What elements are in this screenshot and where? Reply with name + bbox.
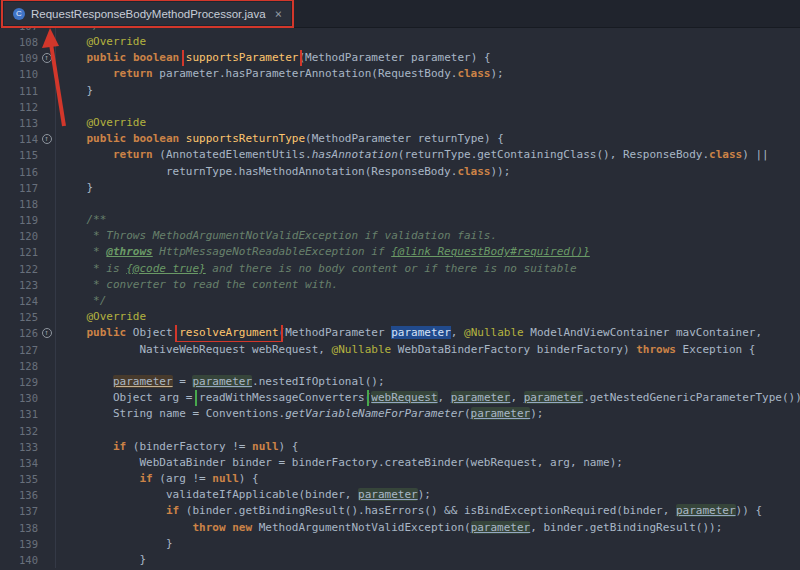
gutter[interactable]: 133	[0, 439, 56, 455]
gutter[interactable]: 137	[0, 503, 56, 519]
gutter[interactable]: 122	[0, 261, 56, 277]
code-token: null	[212, 472, 239, 485]
line-number[interactable]: 135	[0, 471, 38, 487]
line-number[interactable]: 137	[0, 503, 38, 519]
gutter[interactable]: 116	[0, 164, 56, 180]
line-number[interactable]: 131	[0, 406, 38, 422]
gutter[interactable]: 136	[0, 487, 56, 503]
code-text: returnType.hasMethodAnnotation(ResponseB…	[56, 164, 510, 180]
line-number[interactable]: 114	[0, 131, 38, 147]
line-number[interactable]: 140	[0, 552, 38, 568]
code-line: 113 @Override	[0, 115, 800, 131]
line-number[interactable]: 113	[0, 115, 38, 131]
line-number[interactable]: 125	[0, 309, 38, 325]
line-number[interactable]: 134	[0, 455, 38, 471]
line-number[interactable]: 108	[0, 34, 38, 50]
gutter[interactable]: 128	[0, 358, 56, 374]
code-token	[60, 67, 113, 80]
code-token: );	[491, 67, 504, 80]
line-number[interactable]: 133	[0, 439, 38, 455]
code-token	[60, 35, 87, 48]
code-token: parameter	[391, 326, 451, 339]
gutter[interactable]: 114↑	[0, 131, 56, 147]
line-number[interactable]: 119	[0, 212, 38, 228]
gutter[interactable]: 108	[0, 34, 56, 50]
code-text: if (arg != null) {	[56, 471, 259, 487]
gutter[interactable]: 123	[0, 277, 56, 293]
gutter[interactable]: 118	[0, 196, 56, 212]
gutter[interactable]: 111	[0, 83, 56, 99]
code-token: );	[530, 407, 543, 420]
line-number[interactable]: 115	[0, 147, 38, 163]
line-number[interactable]: 109	[0, 50, 38, 66]
code-token	[60, 310, 87, 323]
gutter[interactable]: 131	[0, 406, 56, 422]
gutter[interactable]: 113	[0, 115, 56, 131]
gutter[interactable]: 110	[0, 66, 56, 82]
gutter[interactable]: 132	[0, 423, 56, 439]
gutter[interactable]: 109↑	[0, 50, 56, 66]
gutter[interactable]: 112	[0, 99, 56, 115]
gutter[interactable]: 127	[0, 342, 56, 358]
line-number[interactable]: 129	[0, 374, 38, 390]
line-number[interactable]: 136	[0, 487, 38, 503]
line-number[interactable]: 127	[0, 342, 38, 358]
code-token	[60, 148, 113, 161]
code-token: if	[113, 440, 126, 453]
code-token: return	[113, 148, 153, 161]
gutter[interactable]: 139	[0, 536, 56, 552]
line-number[interactable]: 138	[0, 520, 38, 536]
gutter[interactable]: 140	[0, 552, 56, 568]
line-number[interactable]: 110	[0, 66, 38, 82]
gutter[interactable]: 124	[0, 293, 56, 309]
line-number[interactable]: 130	[0, 390, 38, 406]
gutter[interactable]: 126↑	[0, 325, 56, 341]
line-number[interactable]: 118	[0, 196, 38, 212]
tab-request-response-body-method-processor[interactable]: C RequestResponseBodyMethodProcessor.jav…	[4, 2, 291, 25]
line-number[interactable]: 111	[0, 83, 38, 99]
gutter[interactable]: 125	[0, 309, 56, 325]
override-method-icon[interactable]: ↑	[42, 328, 52, 338]
line-number[interactable]: 122	[0, 261, 38, 277]
line-number[interactable]: 124	[0, 293, 38, 309]
code-line: 133 if (binderFactory != null) {	[0, 439, 800, 455]
line-number[interactable]: 117	[0, 180, 38, 196]
gutter[interactable]: 135	[0, 471, 56, 487]
line-number[interactable]: 120	[0, 228, 38, 244]
code-text	[56, 358, 60, 374]
code-text: }	[56, 552, 146, 568]
line-number[interactable]: 112	[0, 99, 38, 115]
code-line: 109↑ public boolean supportsParameter(Me…	[0, 50, 800, 66]
code-token: */	[60, 28, 100, 32]
code-line: 139 }	[0, 536, 800, 552]
code-token: * converter to read the content with.	[60, 278, 338, 291]
code-line: 135 if (arg != null) {	[0, 471, 800, 487]
code-editor[interactable]: 107 */ 108 @Override109↑ public boolean …	[0, 28, 800, 570]
code-token: parameter	[192, 375, 252, 388]
code-token: (binder.getBindingResult().hasErrors() &…	[179, 504, 676, 517]
override-method-icon[interactable]: ↑	[42, 53, 52, 63]
gutter[interactable]: 121	[0, 244, 56, 260]
gutter[interactable]: 130	[0, 390, 56, 406]
gutter[interactable]: 134	[0, 455, 56, 471]
code-token: HttpMessageNotReadableException if	[153, 245, 391, 258]
gutter[interactable]: 119	[0, 212, 56, 228]
code-token: (returnType.getContainingClass(), Respon…	[398, 148, 709, 161]
line-number[interactable]: 123	[0, 277, 38, 293]
gutter[interactable]: 120	[0, 228, 56, 244]
gutter[interactable]: 129	[0, 374, 56, 390]
gutter[interactable]: 117	[0, 180, 56, 196]
code-token: class	[457, 165, 490, 178]
override-method-icon[interactable]: ↑	[42, 134, 52, 144]
gutter[interactable]: 138	[0, 520, 56, 536]
line-number[interactable]: 116	[0, 164, 38, 180]
line-number[interactable]: 132	[0, 423, 38, 439]
line-number[interactable]: 126	[0, 325, 38, 341]
code-token	[60, 504, 166, 517]
close-tab-icon[interactable]: ×	[275, 8, 282, 20]
code-token: ) {	[279, 440, 299, 453]
line-number[interactable]: 121	[0, 244, 38, 260]
line-number[interactable]: 139	[0, 536, 38, 552]
gutter[interactable]: 115	[0, 147, 56, 163]
line-number[interactable]: 128	[0, 358, 38, 374]
